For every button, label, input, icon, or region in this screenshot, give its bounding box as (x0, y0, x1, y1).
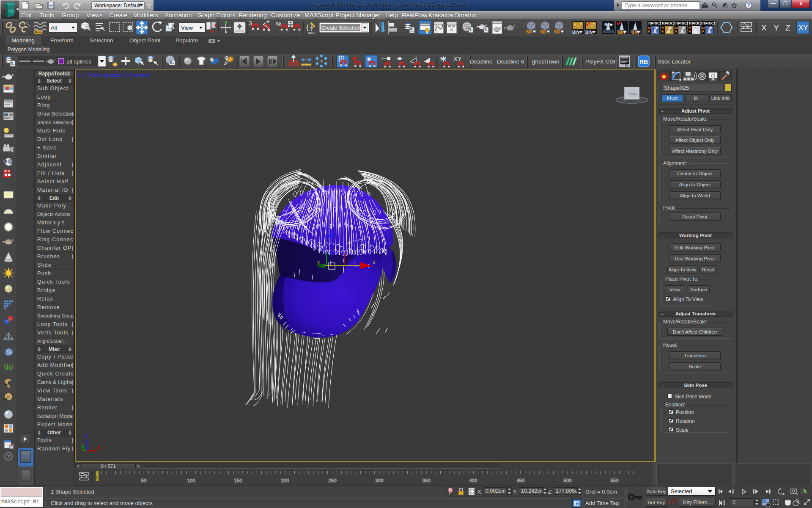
svg-text:y: y (81, 443, 85, 450)
svg-text:Y: Y (774, 23, 779, 32)
svg-text:100: 100 (187, 478, 195, 483)
svg-text:3: 3 (249, 20, 252, 27)
svg-text:400: 400 (469, 478, 477, 483)
svg-text:View: View (181, 25, 193, 31)
svg-text:M: M (661, 26, 664, 30)
svg-text:All: All (51, 25, 57, 31)
svg-text:R: R (675, 30, 678, 33)
svg-text:300: 300 (375, 478, 383, 483)
svg-text:50: 50 (141, 478, 147, 483)
svg-text:RFRK3: RFRK3 (662, 21, 675, 25)
svg-text:RFRK3: RFRK3 (675, 21, 688, 25)
svg-text:ghostTown: ghostTown (532, 58, 560, 65)
svg-text:M: M (702, 26, 705, 30)
svg-text:150: 150 (234, 478, 242, 483)
svg-text:R: R (702, 30, 705, 33)
svg-text:PolyFX CGP: PolyFX CGP (585, 58, 618, 65)
svg-text:RFRK3: RFRK3 (689, 21, 702, 25)
svg-text:350: 350 (422, 478, 430, 483)
svg-text:Deadline: Deadline (470, 58, 492, 65)
svg-text:SD: SD (526, 30, 532, 34)
svg-text:1: 1 (381, 24, 386, 33)
svg-text:M: M (675, 26, 678, 30)
svg-text:x: x (373, 260, 375, 265)
svg-text:y: y (317, 259, 320, 265)
svg-text:SD: SD (540, 30, 546, 34)
svg-text:BIN: BIN (572, 30, 579, 35)
svg-text:450: 450 (516, 478, 524, 483)
svg-text:BIN: BIN (585, 30, 593, 35)
svg-text:z: z (333, 219, 336, 225)
svg-text:X: X (761, 23, 767, 32)
svg-text:x: x (97, 444, 101, 450)
svg-text:?: ? (7, 454, 10, 460)
svg-text:RFRK3: RFRK3 (648, 21, 661, 25)
svg-text:R: R (648, 30, 650, 33)
svg-text:0x: 0x (3, 397, 8, 401)
svg-text:Z: Z (785, 23, 790, 32)
svg-text:ABC: ABC (308, 31, 315, 35)
svg-text:250: 250 (328, 478, 336, 483)
svg-text:Deadline 6: Deadline 6 (497, 58, 524, 65)
svg-text:RFRK3: RFRK3 (702, 21, 715, 25)
svg-text:z: z (85, 432, 88, 438)
svg-text:500: 500 (563, 478, 571, 483)
svg-text:200: 200 (281, 478, 289, 483)
svg-text:M: M (648, 26, 651, 30)
svg-text:FRONT: FRONT (628, 92, 639, 95)
svg-text:HF: HF (5, 383, 10, 387)
svg-text:RB: RB (639, 58, 648, 65)
svg-text:R: R (689, 30, 691, 33)
svg-text:XY: XY (798, 24, 808, 32)
svg-text:M: M (689, 26, 691, 30)
svg-text:[ + ] [ Orthographic ] [ Shade: [ + ] [ Orthographic ] [ Shaded ] (78, 72, 150, 78)
svg-text:R: R (661, 30, 664, 33)
svg-text:SD: SD (554, 30, 560, 34)
svg-text:550: 550 (610, 478, 618, 483)
svg-text:Stick Locator: Stick Locator (658, 58, 691, 65)
svg-text:XY: XY (453, 55, 462, 62)
svg-text:s: s (625, 62, 628, 67)
svg-text:all splines: all splines (66, 58, 92, 65)
svg-text:%: % (276, 20, 281, 28)
